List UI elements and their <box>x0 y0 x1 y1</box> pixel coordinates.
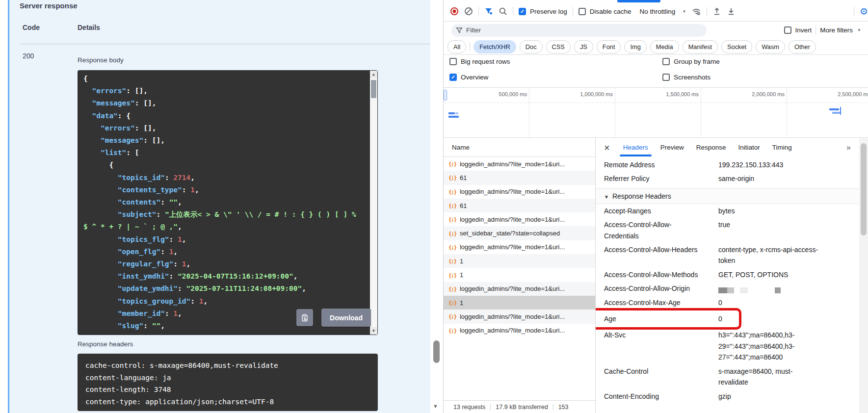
page-scrollbar-thumb[interactable] <box>433 340 440 363</box>
scroll-down-icon[interactable]: ▼ <box>370 327 377 335</box>
code-line: { <box>83 159 365 171</box>
code-token: , <box>178 223 182 231</box>
code-token: , <box>186 260 191 268</box>
filter-chip-font[interactable]: Font <box>597 40 621 53</box>
header-name: Alt-Svc <box>604 330 718 362</box>
tab-headers[interactable]: Headers <box>623 144 648 151</box>
tab-preview[interactable]: Preview <box>660 144 684 151</box>
big-request-rows-option[interactable]: Big request rows <box>449 58 510 65</box>
screenshots-label: Screenshots <box>674 74 710 81</box>
code-token <box>83 124 101 132</box>
scroll-thumb[interactable] <box>371 80 376 98</box>
scroll-up-icon[interactable]: ▲ <box>370 71 377 78</box>
filter-chip-doc[interactable]: Doc <box>520 40 543 53</box>
more-tabs-chevron-icon[interactable]: » <box>846 143 851 152</box>
header-name: Remote Address <box>604 159 718 170</box>
request-row[interactable]: {;}loggedin_admins/?lite_mode=1&uri... <box>444 212 595 226</box>
request-name: loggedin_admins/?lite_mode=1&uri... <box>460 160 565 168</box>
filter-chip-css[interactable]: CSS <box>546 40 571 53</box>
invert-option[interactable]: Invert <box>784 26 812 34</box>
overview-option[interactable]: ✓ Overview <box>449 74 488 81</box>
disable-cache-checkbox[interactable] <box>579 8 586 15</box>
filter-chip-js[interactable]: JS <box>574 40 593 53</box>
header-value: bytes <box>718 206 855 216</box>
code-line: "messages": [], <box>83 134 365 147</box>
code-token: 1 <box>173 310 178 317</box>
preserve-log-checkbox[interactable]: ✓ <box>519 8 526 15</box>
group-by-frame-checkbox[interactable] <box>662 58 670 65</box>
filter-chip-wasm[interactable]: Wasm <box>756 40 785 53</box>
filter-chip-img[interactable]: Img <box>624 40 646 53</box>
code-token: : <box>160 198 169 206</box>
response-headers-section-header[interactable]: ▼Response Headers <box>596 188 859 204</box>
request-row[interactable]: {;}loggedin_admins/?lite_mode=1&uri... <box>444 310 595 323</box>
divider <box>553 404 553 411</box>
record-stop-icon[interactable] <box>450 7 459 16</box>
filter-chip-manifest[interactable]: Manifest <box>683 40 718 53</box>
export-har-icon[interactable] <box>727 7 736 16</box>
overview-checkbox[interactable]: ✓ <box>449 74 457 81</box>
code-line: "messages": [], <box>83 97 365 109</box>
filter-chip-media[interactable]: Media <box>650 40 679 53</box>
response-header-line: content-language: ja <box>85 372 373 384</box>
filter-toggle-icon[interactable] <box>484 7 493 16</box>
request-row[interactable]: {;}1 <box>444 254 595 268</box>
invert-checkbox[interactable] <box>784 26 791 34</box>
header-name: Access-Control-Allow- Credentials <box>604 219 718 241</box>
request-row[interactable]: {;}1 <box>444 296 595 310</box>
code-scrollbar[interactable]: ▲ ▼ <box>370 71 377 335</box>
filter-chip-socket[interactable]: Socket <box>721 40 752 53</box>
filter-row: Invert More filters ▼ <box>444 22 868 39</box>
screenshots-option[interactable]: Screenshots <box>662 74 710 81</box>
clear-log-icon[interactable] <box>464 7 473 16</box>
copy-to-clipboard-button[interactable] <box>296 309 313 326</box>
request-row[interactable]: {;}61 <box>444 171 595 184</box>
header-row: Remote Address199.232.150.133:443 <box>596 158 859 172</box>
request-row[interactable]: {;}61 <box>444 199 595 212</box>
big-request-rows-checkbox[interactable] <box>449 58 457 65</box>
timeline-gridline <box>615 88 615 137</box>
disable-cache-option[interactable]: Disable cache <box>579 8 631 15</box>
more-filters-button[interactable]: More filters ▼ <box>820 26 861 34</box>
filter-chip-all[interactable]: All <box>447 40 466 53</box>
request-row[interactable]: {;}loggedin_admins/?lite_mode=1&uri... <box>444 324 595 337</box>
request-row[interactable]: {;}1 <box>444 268 595 282</box>
request-row[interactable]: {;}loggedin_admins/?lite_mode=1&uri... <box>444 185 595 199</box>
tab-timing[interactable]: Timing <box>772 144 792 151</box>
filter-input[interactable] <box>451 24 707 37</box>
code-token: "slug" <box>118 322 143 330</box>
close-icon[interactable]: × <box>604 143 610 153</box>
request-row[interactable]: {;}set_sidebar_state/?state=collapsed <box>444 226 595 240</box>
code-token <box>83 136 101 144</box>
download-button[interactable]: Download <box>321 309 371 327</box>
import-har-icon[interactable] <box>712 7 721 16</box>
network-conditions-icon[interactable] <box>691 7 701 16</box>
tab-initiator[interactable]: Initiator <box>738 144 760 151</box>
page-scroll-down-icon[interactable]: ▼ <box>433 403 438 409</box>
timeline-tick-label: 500,000 ms <box>471 91 527 97</box>
json-braces-icon: {;} <box>448 313 456 319</box>
group-by-frame-option[interactable]: Group by frame <box>662 58 720 65</box>
settings-gear-icon[interactable]: ⚙ <box>860 6 868 17</box>
screenshots-checkbox[interactable] <box>662 74 670 81</box>
preserve-log-option[interactable]: ✓ Preserve log <box>519 8 567 15</box>
code-token <box>83 248 118 256</box>
timeline-selection-handle[interactable] <box>444 90 447 101</box>
request-name: loggedin_admins/?lite_mode=1&uri... <box>460 327 565 334</box>
header-row: Access-Control-Max-Age0 <box>596 296 859 310</box>
search-icon[interactable] <box>499 7 507 16</box>
request-row[interactable]: {;}loggedin_admins/?lite_mode=1&uri... <box>444 240 595 254</box>
preserve-log-label: Preserve log <box>530 8 567 15</box>
header-row: Access-Control-Allow-Origin <box>596 282 859 295</box>
filter-chip-fetch-xhr[interactable]: Fetch/XHR <box>473 40 516 53</box>
code-token: "errors" <box>101 124 135 132</box>
request-row[interactable]: {;}loggedin_admins/?lite_mode=1&uri... <box>444 282 595 296</box>
json-braces-icon: {;} <box>448 161 456 167</box>
throttling-select[interactable]: No throttling ▼ <box>640 8 686 15</box>
request-row[interactable]: {;}loggedin_admins/?lite_mode=1&uri... <box>444 157 595 171</box>
tab-response[interactable]: Response <box>696 144 726 151</box>
request-type-filters: AllFetch/XHRDocCSSJSFontImgMediaManifest… <box>444 39 868 54</box>
filter-chip-other[interactable]: Other <box>789 40 816 53</box>
name-column-header[interactable]: Name <box>452 144 470 151</box>
detail-scrollbar-thumb[interactable] <box>861 143 867 235</box>
